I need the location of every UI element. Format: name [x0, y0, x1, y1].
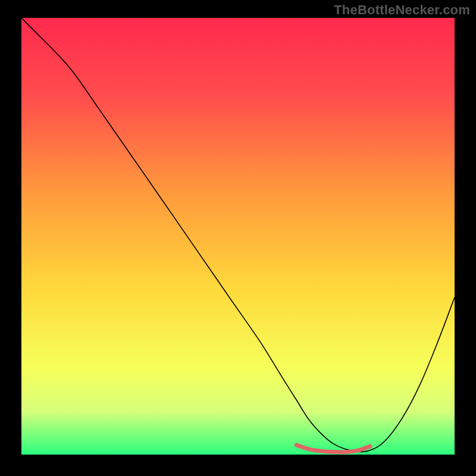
chart-frame: TheBottleNecker.com: [0, 0, 476, 476]
watermark-text: TheBottleNecker.com: [334, 2, 470, 18]
chart-svg: [21, 18, 455, 455]
plot-area: [21, 18, 455, 455]
gradient-background: [21, 18, 455, 455]
